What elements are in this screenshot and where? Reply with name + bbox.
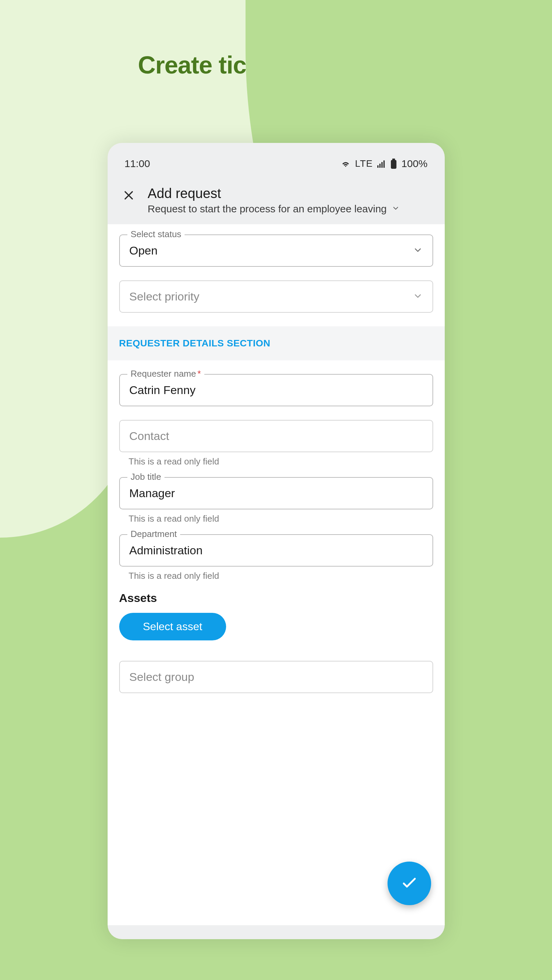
job-title-value: Manager: [129, 487, 175, 500]
svg-rect-2: [381, 162, 383, 168]
close-button[interactable]: [119, 186, 138, 203]
screen-header: Add request Request to start the process…: [108, 176, 445, 224]
select-asset-button[interactable]: Select asset: [119, 613, 226, 640]
signal-icon: [377, 159, 386, 168]
department-value: Administration: [129, 544, 203, 557]
chevron-down-icon: [413, 245, 423, 256]
requester-name-value: Catrin Fenny: [129, 383, 196, 397]
svg-rect-1: [379, 164, 381, 168]
requester-name-label-text: Requester name: [131, 369, 196, 379]
status-value: Open: [129, 244, 158, 257]
check-icon: [400, 873, 419, 894]
status-bar: 11:00 LTE 100%: [108, 143, 445, 176]
group-select[interactable]: Select group: [119, 661, 433, 693]
assets-heading: Assets: [119, 592, 433, 605]
svg-rect-4: [392, 159, 395, 160]
group-placeholder: Select group: [129, 670, 195, 684]
svg-rect-5: [391, 160, 396, 169]
requester-name-label: Requester name*: [128, 369, 204, 379]
requester-section-header: REQUESTER DETAILS SECTION: [108, 326, 445, 360]
svg-rect-3: [383, 160, 385, 168]
requester-name-field[interactable]: Requester name* Catrin Fenny: [119, 374, 433, 406]
page-subtitle: Request to start the process for an empl…: [148, 203, 387, 215]
chevron-down-icon: [413, 291, 423, 302]
chevron-down-icon: [392, 203, 400, 215]
department-field: Department Administration: [119, 534, 433, 566]
network-label: LTE: [355, 158, 373, 169]
battery-percent: 100%: [402, 158, 428, 169]
template-selector[interactable]: Request to start the process for an empl…: [148, 203, 433, 215]
priority-select[interactable]: Select priority: [119, 280, 433, 313]
close-icon: [123, 189, 135, 203]
statusbar-right: LTE 100%: [341, 158, 428, 169]
battery-icon: [390, 159, 397, 169]
submit-fab[interactable]: [388, 862, 431, 905]
page-title: Add request: [148, 186, 433, 201]
priority-placeholder: Select priority: [129, 290, 199, 303]
job-title-helper: This is a read only field: [129, 514, 433, 524]
statusbar-time: 11:00: [124, 158, 150, 169]
department-label: Department: [128, 529, 180, 539]
status-label: Select status: [128, 229, 185, 240]
contact-helper: This is a read only field: [129, 456, 433, 467]
wifi-icon: [341, 159, 351, 168]
phone-frame: 11:00 LTE 100%: [108, 143, 445, 939]
contact-placeholder: Contact: [129, 430, 169, 443]
job-title-label: Job title: [128, 472, 165, 482]
contact-field: Contact: [119, 420, 433, 452]
status-select[interactable]: Select status Open: [119, 234, 433, 267]
required-asterisk: *: [198, 369, 201, 379]
job-title-field: Job title Manager: [119, 477, 433, 509]
department-helper: This is a read only field: [129, 571, 433, 581]
svg-rect-0: [377, 165, 379, 168]
